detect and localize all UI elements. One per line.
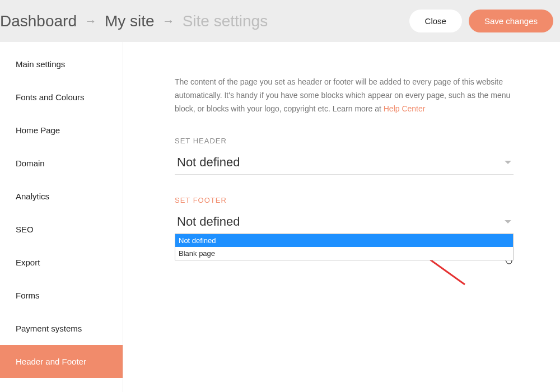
breadcrumb-mysite[interactable]: My site <box>105 12 155 30</box>
sidebar-item-header-footer[interactable]: Header and Footer <box>0 345 123 378</box>
breadcrumbs: Dashboard → My site → Site settings <box>0 12 409 30</box>
sidebar-item-payment-systems[interactable]: Payment systems <box>0 312 123 345</box>
chevron-down-icon <box>505 161 511 164</box>
content-panel: The content of the page you set as heade… <box>123 42 560 392</box>
set-header-value: Not defined <box>177 155 240 170</box>
set-footer-select[interactable]: Not defined Not defined Blank page <box>175 210 514 234</box>
set-footer-value: Not defined <box>177 214 240 229</box>
arrow-icon: → <box>85 14 97 29</box>
help-center-link[interactable]: Help Center <box>384 104 426 113</box>
set-header-group: SET HEADER Not defined <box>175 137 535 175</box>
arrow-icon: → <box>162 14 175 29</box>
close-button[interactable]: Close <box>409 10 462 32</box>
sidebar-item-home-page[interactable]: Home Page <box>0 114 123 147</box>
sidebar-item-domain[interactable]: Domain <box>0 147 123 180</box>
sidebar-item-seo[interactable]: SEO <box>0 213 123 246</box>
layout: Main settings Fonts and Colours Home Pag… <box>0 42 560 392</box>
save-changes-button[interactable]: Save changes <box>469 10 553 32</box>
sidebar-item-main-settings[interactable]: Main settings <box>0 48 123 81</box>
intro-text: The content of the page you set as heade… <box>175 76 514 115</box>
set-footer-group: SET FOOTER Not defined Not defined Blank… <box>175 196 535 234</box>
top-bar: Dashboard → My site → Site settings Clos… <box>0 0 560 42</box>
dropdown-option-blank-page[interactable]: Blank page <box>175 247 513 260</box>
chevron-down-icon <box>505 220 511 223</box>
breadcrumb-current: Site settings <box>183 12 268 30</box>
sidebar-item-analytics[interactable]: Analytics <box>0 180 123 213</box>
sidebar: Main settings Fonts and Colours Home Pag… <box>0 42 123 392</box>
intro-body: The content of the page you set as heade… <box>175 77 510 113</box>
breadcrumb-dashboard[interactable]: Dashboard <box>0 12 77 30</box>
sidebar-item-forms[interactable]: Forms <box>0 279 123 312</box>
set-footer-dropdown: Not defined Blank page <box>175 234 514 260</box>
set-footer-label: SET FOOTER <box>175 196 535 204</box>
dropdown-option-not-defined[interactable]: Not defined <box>175 234 513 247</box>
sidebar-item-export[interactable]: Export <box>0 246 123 279</box>
set-header-label: SET HEADER <box>175 137 535 145</box>
set-header-select[interactable]: Not defined <box>175 151 514 175</box>
sidebar-item-fonts-colours[interactable]: Fonts and Colours <box>0 81 123 114</box>
